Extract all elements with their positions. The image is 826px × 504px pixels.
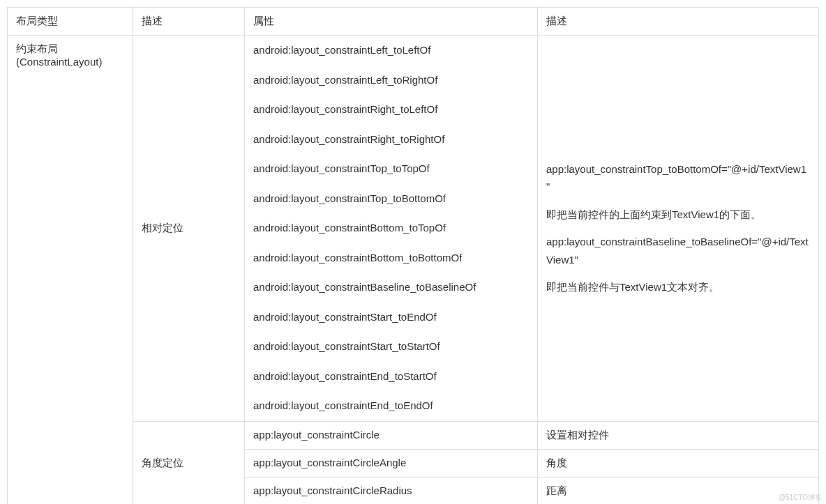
attr-item: android:layout_constraintBaseline_toBase… [253, 273, 529, 303]
attr-item: android:layout_constraintRight_toRightOf [253, 125, 529, 155]
attr-item: android:layout_constraintStart_toStartOf [253, 332, 529, 362]
header-attr: 属性 [245, 8, 538, 36]
attr-item: android:layout_constraintTop_toBottomOf [253, 184, 529, 214]
desc-angle: 角度定位 [133, 421, 245, 504]
detail-angle-radius: 距离 [538, 477, 819, 504]
attr-list-relative: android:layout_constraintLeft_toLeftOf a… [245, 36, 538, 422]
attr-item: android:layout_constraintLeft_toLeftOf [253, 43, 529, 66]
header-layout-type: 布局类型 [8, 8, 133, 36]
detail-angle-angle: 角度 [538, 449, 819, 477]
attr-item: android:layout_constraintLeft_toRightOf [253, 66, 529, 96]
attr-angle-radius: app:layout_constraintCircleRadius [245, 477, 538, 504]
header-desc: 描述 [133, 8, 245, 36]
detail-text: app:layout_constraintBaseline_toBaseline… [546, 233, 810, 268]
detail-text: 即把当前控件的上面约束到TextView1的下面。 [546, 206, 810, 224]
attr-angle-angle: app:layout_constraintCircleAngle [245, 449, 538, 477]
attr-item: android:layout_constraintRight_toLeftOf [253, 95, 529, 125]
layout-table: 布局类型 描述 属性 描述 约束布局(ConstraintLayout) 相对定… [7, 7, 819, 504]
detail-text: 即把当前控件与TextView1文本对齐。 [546, 278, 810, 296]
detail-angle-circle: 设置相对控件 [538, 421, 819, 449]
attr-item: android:layout_constraintEnd_toStartOf [253, 362, 529, 392]
layout-type-cell: 约束布局(ConstraintLayout) [8, 36, 133, 505]
watermark: @51CTO博客 [779, 493, 822, 503]
attr-item: android:layout_constraintTop_toTopOf [253, 154, 529, 184]
attr-item: android:layout_constraintBottom_toBottom… [253, 243, 529, 273]
detail-relative: app:layout_constraintTop_toBottomOf="@+i… [538, 36, 819, 422]
attr-item: android:layout_constraintStart_toEndOf [253, 303, 529, 333]
attr-angle-circle: app:layout_constraintCircle [245, 421, 538, 449]
table-row: 约束布局(ConstraintLayout) 相对定位 android:layo… [8, 36, 819, 422]
header-row: 布局类型 描述 属性 描述 [8, 8, 819, 36]
attr-item: android:layout_constraintEnd_toEndOf [253, 391, 529, 414]
desc-relative: 相对定位 [133, 36, 245, 422]
detail-text: app:layout_constraintTop_toBottomOf="@+i… [546, 160, 810, 196]
header-detail: 描述 [538, 8, 819, 36]
attr-item: android:layout_constraintBottom_toTopOf [253, 213, 529, 243]
